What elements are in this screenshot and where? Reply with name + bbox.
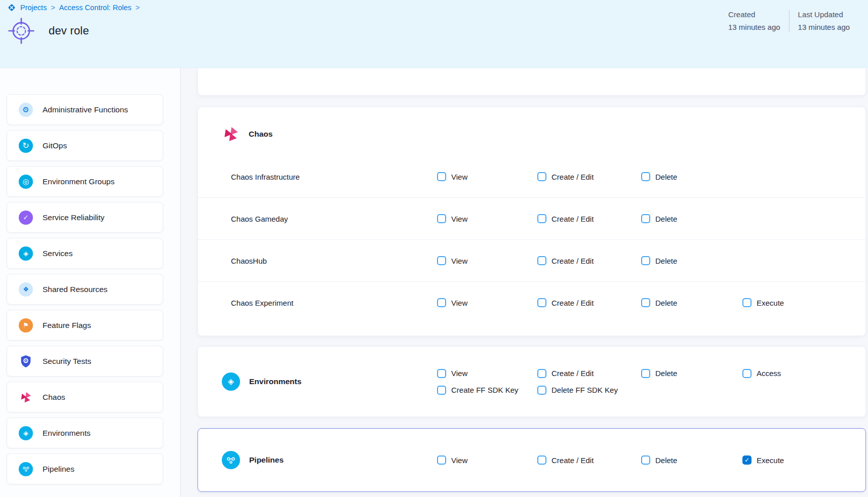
permission-label: Delete	[655, 369, 677, 378]
permission-delete-ff-sdk-key[interactable]: Delete FF SDK Key	[537, 386, 641, 395]
permission-label: Delete	[655, 456, 677, 465]
sidebar-item-pipelines[interactable]: Pipelines	[7, 453, 163, 484]
sidebar-item-shared-resources[interactable]: ❖Shared Resources	[7, 274, 163, 305]
checkbox[interactable]	[437, 386, 446, 395]
permission-label: Access	[757, 369, 781, 378]
feature-flags-icon: ⚑	[19, 318, 33, 333]
permission-delete[interactable]: Delete	[641, 172, 742, 181]
permission-label: Delete	[655, 173, 677, 181]
sidebar-item-environment-groups[interactable]: ◎Environment Groups	[7, 166, 163, 197]
checkbox[interactable]	[437, 214, 446, 223]
permission-delete[interactable]: Delete	[641, 369, 742, 378]
permission-label: Create FF SDK Key	[451, 386, 519, 394]
permission-label: View	[451, 173, 467, 181]
checkbox[interactable]	[437, 369, 446, 378]
permission-execute[interactable]: ✓Execute	[742, 455, 865, 465]
permission-view[interactable]: View	[437, 214, 537, 223]
sidebar-item-services[interactable]: ◈Services	[7, 238, 163, 269]
sidebar-item-administrative-functions[interactable]: ⚙Administrative Functions	[7, 94, 163, 125]
resource-head: ◈Environments	[198, 372, 437, 391]
group-title: Chaos	[249, 130, 272, 139]
permission-label: Create / Edit	[551, 456, 594, 465]
admin-functions-icon: ⚙	[19, 103, 33, 117]
checkbox[interactable]	[537, 369, 546, 378]
resource-row: Chaos InfrastructureViewCreate / EditDel…	[198, 156, 865, 197]
checkbox[interactable]	[742, 298, 752, 307]
checkbox[interactable]	[537, 214, 546, 223]
meta-value: 13 minutes ago	[798, 23, 850, 31]
checkbox[interactable]	[641, 369, 650, 378]
checkbox[interactable]	[537, 455, 546, 465]
permission-view[interactable]: View	[437, 369, 537, 378]
sidebar-item-label: Service Reliability	[43, 213, 104, 222]
resource-name: Chaos Experiment	[231, 299, 437, 307]
checkbox[interactable]	[437, 298, 446, 307]
checkbox[interactable]	[537, 172, 546, 181]
sidebar-item-security-tests[interactable]: Security Tests	[7, 346, 163, 377]
resource-row: ChaosHubViewCreate / EditDelete	[198, 239, 865, 281]
permission-create-edit[interactable]: Create / Edit	[537, 369, 641, 378]
permission-rows: ViewCreate / EditDelete✓Execute	[437, 455, 865, 465]
meta-label: Created	[728, 10, 780, 19]
permission-label: View	[451, 456, 467, 465]
checkbox[interactable]	[537, 298, 546, 307]
resource-row: Chaos ExperimentViewCreate / EditDeleteE…	[198, 281, 865, 323]
environments-card[interactable]: ◈EnvironmentsViewCreate / EditDeleteAcce…	[198, 346, 866, 417]
environments-icon: ◈	[19, 426, 33, 440]
meta-created: Created13 minutes ago	[728, 10, 780, 31]
checkbox[interactable]	[537, 386, 546, 395]
harness-logo-icon	[7, 3, 16, 12]
breadcrumb-link[interactable]: Projects	[20, 4, 47, 12]
body: ⚙Administrative Functions↻GitOps◎Environ…	[0, 68, 868, 497]
pipelines-card[interactable]: PipelinesViewCreate / EditDelete✓Execute	[198, 428, 866, 492]
permission-create-edit[interactable]: Create / Edit	[537, 455, 641, 465]
page: Projects>Access Control: Roles> dev role…	[0, 0, 868, 497]
sidebar-item-label: Administrative Functions	[43, 105, 128, 114]
checkbox[interactable]	[437, 172, 446, 181]
sidebar-item-service-reliability[interactable]: ✓Service Reliability	[7, 202, 163, 233]
permission-view[interactable]: View	[437, 256, 537, 265]
permission-execute[interactable]: Execute	[742, 298, 865, 307]
permission-delete[interactable]: Delete	[641, 214, 742, 223]
permission-label: Execute	[757, 456, 784, 465]
resource-head: Pipelines	[198, 451, 437, 469]
permissions-panel: ChaosChaos InfrastructureViewCreate / Ed…	[181, 68, 868, 497]
checkbox[interactable]	[742, 369, 752, 378]
checkbox[interactable]	[437, 256, 446, 265]
sidebar-item-environments[interactable]: ◈Environments	[7, 418, 163, 448]
environment-groups-icon: ◎	[19, 175, 33, 189]
checkbox[interactable]	[437, 455, 446, 465]
permission-row: ViewCreate / EditDeleteAccess	[437, 369, 865, 378]
permission-create-edit[interactable]: Create / Edit	[537, 298, 641, 307]
resource-title: Environments	[249, 377, 301, 386]
permission-create-edit[interactable]: Create / Edit	[537, 256, 641, 265]
permission-delete[interactable]: Delete	[641, 256, 742, 265]
checkbox[interactable]	[641, 172, 650, 181]
sidebar-item-chaos[interactable]: Chaos	[7, 382, 163, 412]
checkbox[interactable]	[641, 256, 650, 265]
checkbox[interactable]: ✓	[742, 455, 752, 465]
permission-label: Create / Edit	[551, 173, 594, 181]
permission-label: Create / Edit	[551, 299, 594, 307]
sidebar-item-label: Shared Resources	[43, 285, 107, 294]
permission-delete[interactable]: Delete	[641, 298, 742, 307]
permission-create-edit[interactable]: Create / Edit	[537, 172, 641, 181]
checkbox[interactable]	[641, 214, 650, 223]
checkbox[interactable]	[641, 298, 650, 307]
sidebar-item-gitops[interactable]: ↻GitOps	[7, 130, 163, 161]
permission-delete[interactable]: Delete	[641, 455, 742, 465]
permission-view[interactable]: View	[437, 455, 537, 465]
resource-name: Chaos Gameday	[231, 215, 437, 223]
permission-create-ff-sdk-key[interactable]: Create FF SDK Key	[437, 386, 537, 395]
breadcrumb-link[interactable]: Access Control: Roles	[59, 4, 132, 12]
permission-view[interactable]: View	[437, 298, 537, 307]
permission-create-edit[interactable]: Create / Edit	[537, 214, 641, 223]
checkbox[interactable]	[537, 256, 546, 265]
chaos-icon	[19, 390, 33, 404]
permission-access[interactable]: Access	[742, 369, 865, 378]
permission-view[interactable]: View	[437, 172, 537, 181]
sidebar-item-feature-flags[interactable]: ⚑Feature Flags	[7, 310, 163, 341]
permission-label: Create / Edit	[551, 215, 594, 223]
checkbox[interactable]	[641, 455, 650, 465]
gitops-icon: ↻	[19, 139, 33, 153]
